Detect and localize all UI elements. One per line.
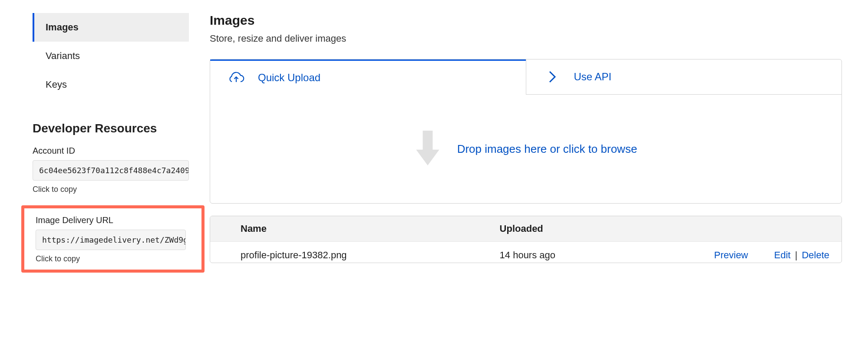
preview-link[interactable]: Preview (714, 250, 748, 261)
drop-area[interactable]: Drop images here or click to browse (210, 95, 842, 203)
sidebar-item-label: Variants (46, 50, 80, 61)
developer-resources: Developer Resources Account ID 6c04ee562… (33, 122, 189, 273)
delete-link[interactable]: Delete (802, 250, 829, 261)
edit-link[interactable]: Edit (774, 250, 791, 261)
sidebar-nav: Images Variants Keys (33, 13, 189, 99)
image-delivery-url-field[interactable]: https://imagedelivery.net/ZWd9g1K7 (36, 230, 186, 250)
image-delivery-url-hint: Click to copy (36, 254, 186, 263)
main-content: Images Store, resize and deliver images … (210, 13, 842, 273)
page-title: Images (210, 13, 842, 28)
tab-label: Quick Upload (258, 72, 320, 84)
images-table: Name Uploaded profile-picture-19382.png … (210, 216, 842, 263)
sidebar-item-variants[interactable]: Variants (33, 42, 189, 70)
account-id-field[interactable]: 6c04ee5623f70a112c8f488e4c7a2409 (33, 160, 189, 181)
tab-label: Use API (574, 71, 612, 83)
account-id-hint: Click to copy (33, 185, 189, 194)
row-uploaded: 14 hours ago (500, 250, 694, 261)
action-separator: | (795, 250, 798, 261)
table-row: profile-picture-19382.png 14 hours ago P… (210, 242, 842, 263)
image-delivery-url-highlight: Image Delivery URL https://imagedelivery… (21, 205, 205, 273)
image-delivery-url-label: Image Delivery URL (36, 215, 186, 225)
image-delivery-url-block: Image Delivery URL https://imagedelivery… (36, 215, 186, 263)
cloud-upload-icon (228, 70, 245, 85)
table-header: Name Uploaded (210, 216, 842, 242)
developer-resources-title: Developer Resources (33, 122, 189, 135)
arrow-down-icon (415, 131, 441, 168)
drop-text: Drop images here or click to browse (457, 142, 637, 156)
column-header-uploaded: Uploaded (500, 223, 694, 234)
page-subtitle: Store, resize and deliver images (210, 33, 842, 44)
upload-card: Quick Upload Use API Drop (210, 59, 842, 204)
row-actions: Preview Edit | Delete (694, 250, 842, 261)
row-name: profile-picture-19382.png (241, 250, 500, 261)
sidebar-item-label: Images (46, 22, 79, 33)
account-id-block: Account ID 6c04ee5623f70a112c8f488e4c7a2… (33, 146, 189, 194)
tab-use-api[interactable]: Use API (526, 59, 842, 95)
column-header-name: Name (241, 223, 500, 234)
account-id-label: Account ID (33, 146, 189, 156)
sidebar-item-label: Keys (46, 79, 67, 90)
chevron-right-icon (544, 69, 561, 84)
sidebar-item-images[interactable]: Images (33, 13, 189, 42)
sidebar: Images Variants Keys Developer Resources… (33, 13, 189, 273)
sidebar-item-keys[interactable]: Keys (33, 70, 189, 99)
tab-quick-upload[interactable]: Quick Upload (210, 59, 526, 95)
upload-tabs: Quick Upload Use API (210, 59, 842, 95)
